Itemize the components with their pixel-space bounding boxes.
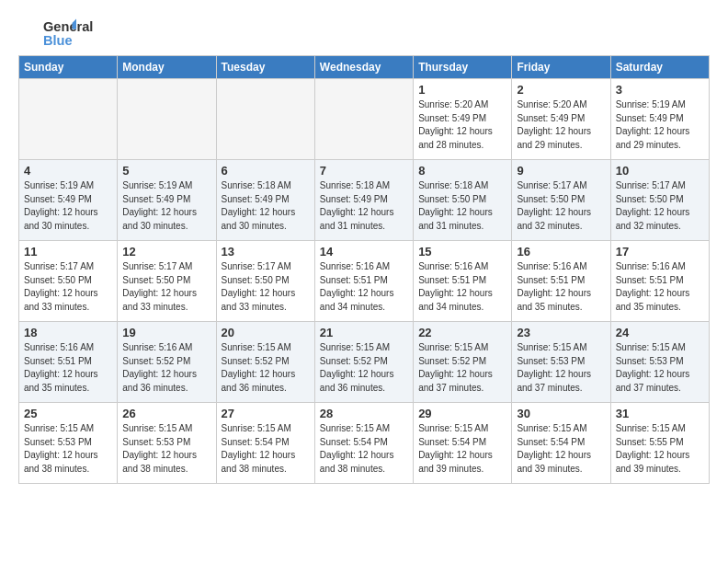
- day-info: Sunrise: 5:18 AMSunset: 5:50 PMDaylight:…: [418, 179, 506, 233]
- day-info: Sunrise: 5:16 AMSunset: 5:52 PMDaylight:…: [122, 341, 210, 395]
- calendar-cell: 4Sunrise: 5:19 AMSunset: 5:49 PMDaylight…: [19, 160, 118, 241]
- day-number: 6: [222, 164, 310, 178]
- day-info: Sunrise: 5:15 AMSunset: 5:54 PMDaylight:…: [517, 422, 605, 476]
- day-number: 28: [320, 407, 408, 420]
- day-number: 17: [616, 245, 704, 259]
- day-info: Sunrise: 5:17 AMSunset: 5:50 PMDaylight:…: [222, 260, 310, 314]
- calendar-week-row: 4Sunrise: 5:19 AMSunset: 5:49 PMDaylight…: [19, 160, 710, 241]
- weekday-thursday: Thursday: [414, 56, 512, 79]
- calendar-cell: 24Sunrise: 5:15 AMSunset: 5:53 PMDayligh…: [610, 322, 709, 403]
- calendar-cell: 29Sunrise: 5:15 AMSunset: 5:54 PMDayligh…: [414, 403, 512, 484]
- day-info: Sunrise: 5:15 AMSunset: 5:53 PMDaylight:…: [616, 341, 704, 395]
- calendar-week-row: 25Sunrise: 5:15 AMSunset: 5:53 PMDayligh…: [19, 403, 710, 484]
- day-number: 27: [222, 407, 310, 420]
- day-info: Sunrise: 5:15 AMSunset: 5:52 PMDaylight:…: [222, 341, 310, 395]
- day-info: Sunrise: 5:18 AMSunset: 5:49 PMDaylight:…: [222, 179, 310, 233]
- day-number: 15: [418, 245, 506, 259]
- day-number: 18: [24, 326, 112, 339]
- day-info: Sunrise: 5:15 AMSunset: 5:54 PMDaylight:…: [418, 422, 506, 476]
- day-number: 7: [320, 164, 408, 178]
- calendar-table: SundayMondayTuesdayWednesdayThursdayFrid…: [18, 55, 710, 484]
- day-info: Sunrise: 5:15 AMSunset: 5:53 PMDaylight:…: [24, 422, 112, 476]
- svg-text:Blue: Blue: [43, 33, 73, 48]
- calendar-cell: [216, 79, 314, 160]
- calendar-cell: 26Sunrise: 5:15 AMSunset: 5:53 PMDayligh…: [118, 403, 216, 484]
- calendar-cell: 10Sunrise: 5:17 AMSunset: 5:50 PMDayligh…: [610, 160, 709, 241]
- calendar-cell: 20Sunrise: 5:15 AMSunset: 5:52 PMDayligh…: [216, 322, 314, 403]
- day-info: Sunrise: 5:15 AMSunset: 5:55 PMDaylight:…: [616, 422, 704, 476]
- calendar-cell: [19, 79, 118, 160]
- calendar-cell: 14Sunrise: 5:16 AMSunset: 5:51 PMDayligh…: [314, 241, 413, 322]
- weekday-friday: Friday: [512, 56, 610, 79]
- day-info: Sunrise: 5:17 AMSunset: 5:50 PMDaylight:…: [122, 260, 210, 314]
- day-info: Sunrise: 5:16 AMSunset: 5:51 PMDaylight:…: [24, 341, 112, 395]
- day-info: Sunrise: 5:15 AMSunset: 5:52 PMDaylight:…: [418, 341, 506, 395]
- page: General Blue SundayMondayTuesdayWednesda…: [0, 0, 728, 563]
- calendar-cell: 28Sunrise: 5:15 AMSunset: 5:54 PMDayligh…: [314, 403, 413, 484]
- calendar-cell: 23Sunrise: 5:15 AMSunset: 5:53 PMDayligh…: [512, 322, 610, 403]
- day-info: Sunrise: 5:15 AMSunset: 5:53 PMDaylight:…: [517, 341, 605, 395]
- calendar-cell: 2Sunrise: 5:20 AMSunset: 5:49 PMDaylight…: [512, 79, 610, 160]
- calendar-cell: 6Sunrise: 5:18 AMSunset: 5:49 PMDaylight…: [216, 160, 314, 241]
- day-number: 16: [517, 245, 605, 259]
- calendar-cell: 30Sunrise: 5:15 AMSunset: 5:54 PMDayligh…: [512, 403, 610, 484]
- calendar-cell: 19Sunrise: 5:16 AMSunset: 5:52 PMDayligh…: [118, 322, 216, 403]
- day-number: 19: [122, 326, 210, 339]
- day-info: Sunrise: 5:16 AMSunset: 5:51 PMDaylight:…: [517, 260, 605, 314]
- day-number: 29: [418, 407, 506, 420]
- logo: General Blue: [18, 15, 101, 48]
- day-number: 11: [24, 245, 112, 259]
- day-number: 20: [222, 326, 310, 339]
- header: General Blue: [18, 15, 710, 48]
- calendar-cell: 25Sunrise: 5:15 AMSunset: 5:53 PMDayligh…: [19, 403, 118, 484]
- day-info: Sunrise: 5:15 AMSunset: 5:54 PMDaylight:…: [222, 422, 310, 476]
- day-number: 25: [24, 407, 112, 420]
- weekday-sunday: Sunday: [19, 56, 118, 79]
- day-number: 13: [222, 245, 310, 259]
- day-info: Sunrise: 5:16 AMSunset: 5:51 PMDaylight:…: [418, 260, 506, 314]
- day-info: Sunrise: 5:15 AMSunset: 5:54 PMDaylight:…: [320, 422, 408, 476]
- calendar-cell: [118, 79, 216, 160]
- day-info: Sunrise: 5:18 AMSunset: 5:49 PMDaylight:…: [320, 179, 408, 233]
- weekday-saturday: Saturday: [610, 56, 709, 79]
- day-info: Sunrise: 5:15 AMSunset: 5:52 PMDaylight:…: [320, 341, 408, 395]
- calendar-cell: 7Sunrise: 5:18 AMSunset: 5:49 PMDaylight…: [314, 160, 413, 241]
- day-info: Sunrise: 5:17 AMSunset: 5:50 PMDaylight:…: [616, 179, 704, 233]
- day-number: 2: [517, 83, 605, 97]
- calendar-cell: 22Sunrise: 5:15 AMSunset: 5:52 PMDayligh…: [414, 322, 512, 403]
- calendar-week-row: 11Sunrise: 5:17 AMSunset: 5:50 PMDayligh…: [19, 241, 710, 322]
- day-number: 10: [616, 164, 704, 178]
- day-number: 22: [418, 326, 506, 339]
- calendar-week-row: 1Sunrise: 5:20 AMSunset: 5:49 PMDaylight…: [19, 79, 710, 160]
- day-number: 24: [616, 326, 704, 339]
- weekday-monday: Monday: [118, 56, 216, 79]
- calendar-cell: 5Sunrise: 5:19 AMSunset: 5:49 PMDaylight…: [118, 160, 216, 241]
- day-info: Sunrise: 5:19 AMSunset: 5:49 PMDaylight:…: [616, 98, 704, 152]
- day-number: 8: [418, 164, 506, 178]
- calendar-cell: 15Sunrise: 5:16 AMSunset: 5:51 PMDayligh…: [414, 241, 512, 322]
- day-number: 14: [320, 245, 408, 259]
- day-info: Sunrise: 5:15 AMSunset: 5:53 PMDaylight:…: [122, 422, 210, 476]
- day-info: Sunrise: 5:17 AMSunset: 5:50 PMDaylight:…: [24, 260, 112, 314]
- day-number: 3: [616, 83, 704, 97]
- calendar-cell: 27Sunrise: 5:15 AMSunset: 5:54 PMDayligh…: [216, 403, 314, 484]
- calendar-cell: 17Sunrise: 5:16 AMSunset: 5:51 PMDayligh…: [610, 241, 709, 322]
- calendar-cell: 1Sunrise: 5:20 AMSunset: 5:49 PMDaylight…: [414, 79, 512, 160]
- calendar-cell: 12Sunrise: 5:17 AMSunset: 5:50 PMDayligh…: [118, 241, 216, 322]
- calendar-cell: 9Sunrise: 5:17 AMSunset: 5:50 PMDaylight…: [512, 160, 610, 241]
- day-info: Sunrise: 5:19 AMSunset: 5:49 PMDaylight:…: [122, 179, 210, 233]
- day-number: 1: [418, 83, 506, 97]
- calendar-cell: 3Sunrise: 5:19 AMSunset: 5:49 PMDaylight…: [610, 79, 709, 160]
- weekday-tuesday: Tuesday: [216, 56, 314, 79]
- logo-icon: General Blue: [18, 15, 101, 48]
- day-number: 5: [122, 164, 210, 178]
- calendar-cell: 21Sunrise: 5:15 AMSunset: 5:52 PMDayligh…: [314, 322, 413, 403]
- calendar-cell: 31Sunrise: 5:15 AMSunset: 5:55 PMDayligh…: [610, 403, 709, 484]
- calendar-cell: 13Sunrise: 5:17 AMSunset: 5:50 PMDayligh…: [216, 241, 314, 322]
- day-info: Sunrise: 5:19 AMSunset: 5:49 PMDaylight:…: [24, 179, 112, 233]
- day-number: 23: [517, 326, 605, 339]
- calendar-cell: 16Sunrise: 5:16 AMSunset: 5:51 PMDayligh…: [512, 241, 610, 322]
- day-number: 9: [517, 164, 605, 178]
- day-info: Sunrise: 5:20 AMSunset: 5:49 PMDaylight:…: [418, 98, 506, 152]
- day-number: 30: [517, 407, 605, 420]
